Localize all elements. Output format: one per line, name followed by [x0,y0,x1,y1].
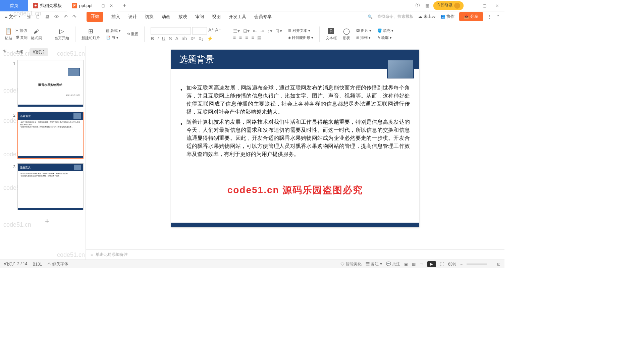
fit-icon[interactable]: ⛶ [440,262,444,267]
align-text-button[interactable]: ☰ 对齐文本 ▾ [288,28,313,33]
outline-button[interactable]: ✎ 轮廓 ▾ [377,35,393,40]
cloud-status[interactable]: ☁ 未上云 [418,14,435,19]
layout-button[interactable]: ▧ 版式 ▾ [106,28,121,33]
present-icon[interactable]: ▢ [101,3,105,8]
menu-tab-transition[interactable]: 切换 [145,12,154,22]
textbox-button[interactable]: 🅰文本框 [326,28,337,41]
italic-icon[interactable]: I [157,36,159,41]
smart-beautify-button[interactable]: ◇ 智能美化 [340,261,362,267]
font-select[interactable] [151,27,191,35]
clear-format-icon[interactable]: ⚡ [207,36,213,41]
menu-tab-slideshow[interactable]: 放映 [178,12,187,22]
menu-tab-member[interactable]: 会员专享 [254,12,272,22]
slide-canvas[interactable]: 选题背景 • 如今互联网高速发展，网络遍布全球，通过互联网发布的消息能快而方便的… [171,50,419,227]
preview-icon[interactable]: 👁 [54,14,59,19]
add-slide-button[interactable]: + [11,215,84,228]
collapse-panel-icon[interactable]: ≪ [0,46,9,260]
cut-button[interactable]: ✂ 剪切 [15,28,28,33]
copy-button[interactable]: 🗐 复制 [15,35,28,40]
picture-button[interactable]: 🖼 图片 ▾ [356,28,371,33]
notes-toggle[interactable]: ☰ 备注 ▾ [366,261,382,267]
print-icon[interactable]: 🖶 [45,14,50,19]
redo-icon[interactable]: ↷ [72,14,76,19]
align-justify-icon[interactable]: ≡ [251,35,254,40]
superscript-icon[interactable]: X² [190,36,195,41]
fit-window-icon[interactable]: ⊡ [497,262,500,267]
menu-tab-review[interactable]: 审阅 [195,12,204,22]
indent-inc-icon[interactable]: ⇥ [260,28,264,34]
zoom-in-icon[interactable]: + [491,262,493,267]
login-button[interactable]: 立即登录 [433,1,464,10]
play-button[interactable]: ▶ [427,261,436,267]
reset-button[interactable]: ⟲ 重置 [127,32,138,37]
menu-tab-start[interactable]: 开始 [87,12,103,22]
subscript-icon[interactable]: X₂ [198,36,203,41]
font-grow-icon[interactable]: A⁺ [208,27,214,35]
zoom-out-icon[interactable]: − [460,262,463,267]
slide-thumbnail-2[interactable]: 选题背景 • 如今互联网高速发展，网络遍布全球，通过互联网发布的消息能快而方便的… [17,112,84,159]
smart-graphics-button[interactable]: ◈ 转智能图形 ▾ [288,35,313,40]
view-sorter-icon[interactable]: ▦ [412,262,416,267]
font-color-icon[interactable]: A [175,36,178,41]
underline-icon[interactable]: U [162,36,165,41]
undo-icon[interactable]: ↶ [64,14,68,19]
menu-tab-dev[interactable]: 开发工具 [229,12,246,22]
coop-button[interactable]: 👥 协作 [440,14,454,19]
new-tab-button[interactable]: + [118,2,131,9]
comments-toggle[interactable]: 💬 批注 [386,261,400,267]
align-center-icon[interactable]: ≡ [239,35,242,40]
search-icon[interactable]: 🔍 [368,14,373,19]
strike-icon[interactable]: S [169,36,172,41]
save-icon[interactable]: 🖫 [26,14,31,19]
grid-icon[interactable]: ▦ [424,3,430,9]
open-icon[interactable]: 🗋 [36,14,40,19]
zoom-level[interactable]: 63% [448,262,456,267]
columns-icon[interactable]: ▤ [257,35,262,40]
search-hint[interactable]: 查找命令、搜索模板 [377,14,414,19]
slide-thumbnail-1[interactable]: 飘香水果购物网站 2021年5月21日 [17,60,84,107]
view-normal-icon[interactable]: ▣ [404,262,408,267]
share-button[interactable]: 📤 分享 [459,12,483,21]
close-icon[interactable]: ✕ [110,3,113,8]
close-button[interactable]: ✕ [492,3,502,8]
fill-button[interactable]: 🪣 填充 ▾ [377,28,393,33]
font-size-select[interactable] [192,27,207,35]
more-icon[interactable]: ⋮ [488,14,492,19]
section-button[interactable]: 📑 节 ▾ [106,35,121,40]
minimize-button[interactable]: — [467,3,476,8]
layout1-icon[interactable]: ⑴ [415,3,421,9]
menu-tab-animation[interactable]: 动画 [162,12,170,22]
menu-tab-insert[interactable]: 插入 [111,12,120,22]
menu-tab-view[interactable]: 视图 [212,12,221,22]
file-menu[interactable]: ≡ 文件 ▾ [5,14,20,20]
missing-font-button[interactable]: ⚠ 缺失字体 [47,261,68,267]
tab-home[interactable]: 首页 [0,0,28,11]
bullets-icon[interactable]: ☰▾ [233,28,240,34]
view-reading-icon[interactable]: ▭ [420,262,423,267]
new-slide-button[interactable]: ⊞新建幻灯片 [82,27,100,41]
tab-slides[interactable]: 幻灯片 [30,48,48,56]
bold-icon[interactable]: B [151,36,154,41]
format-brush-button[interactable]: 🖌格式刷 [31,28,42,41]
tab-ppt[interactable]: P ppt.ppt ▢ ✕ [67,0,118,11]
align-left-icon[interactable]: ≡ [233,35,236,40]
expand-icon[interactable]: ⌃ [496,14,500,19]
indent-dec-icon[interactable]: ⇤ [253,28,257,34]
maximize-button[interactable]: ▢ [480,3,489,8]
shape-button[interactable]: ◯形状 [343,27,350,41]
align-right-icon[interactable]: ≡ [245,35,248,40]
numbering-icon[interactable]: ⊟▾ [243,28,250,34]
menu-tab-design[interactable]: 设计 [128,12,137,22]
paste-button[interactable]: 📋粘贴 [5,27,12,41]
tab-outline[interactable]: 大纲 [12,48,27,56]
font-shrink-icon[interactable]: A⁻ [215,27,220,35]
arrange-button[interactable]: ⊞ 排列 ▾ [356,35,371,40]
notes-bar[interactable]: ≡ 单击此处添加备注 [86,249,504,260]
line-spacing-icon[interactable]: ↕▾ [268,28,272,34]
highlight-icon[interactable]: ab [182,36,187,41]
zoom-slider[interactable] [467,264,487,265]
slide-thumbnail-3[interactable]: 选题意义 • 随着互联网技术的快速发展，网络时代的到来，网络信息也必将...• … [17,163,84,210]
from-current-button[interactable]: ▷当页开始 [54,27,69,41]
tab-template[interactable]: ✦ 找稻壳模板 [28,0,67,11]
text-dir-icon[interactable]: ⇅▾ [276,28,282,34]
